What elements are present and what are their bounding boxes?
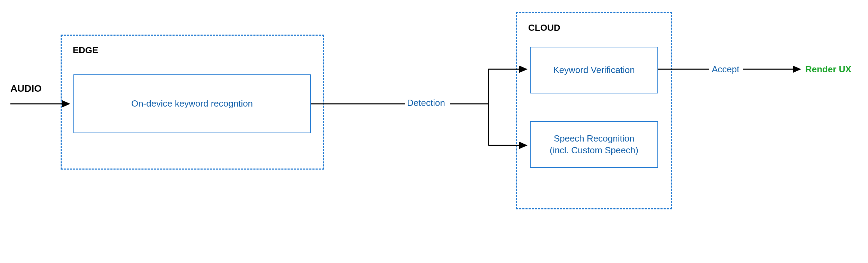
diagram-canvas: EDGE On-device keyword recogntion CLOUD … xyxy=(0,0,868,263)
render-ux-label: Render UX xyxy=(805,64,851,75)
audio-label: AUDIO xyxy=(10,83,42,94)
keyword-verification-box: Keyword Verification xyxy=(530,47,658,93)
on-device-keyword-box: On-device keyword recogntion xyxy=(73,74,311,133)
cloud-container xyxy=(516,12,672,209)
keyword-verification-text: Keyword Verification xyxy=(553,64,635,76)
cloud-label: CLOUD xyxy=(528,22,560,33)
speech-recognition-text: Speech Recognition (incl. Custom Speech) xyxy=(550,133,638,156)
on-device-keyword-text: On-device keyword recogntion xyxy=(131,98,253,110)
speech-recognition-box: Speech Recognition (incl. Custom Speech) xyxy=(530,121,658,168)
detection-label: Detection xyxy=(407,98,445,108)
edge-label: EDGE xyxy=(73,45,98,56)
accept-label: Accept xyxy=(712,64,739,75)
